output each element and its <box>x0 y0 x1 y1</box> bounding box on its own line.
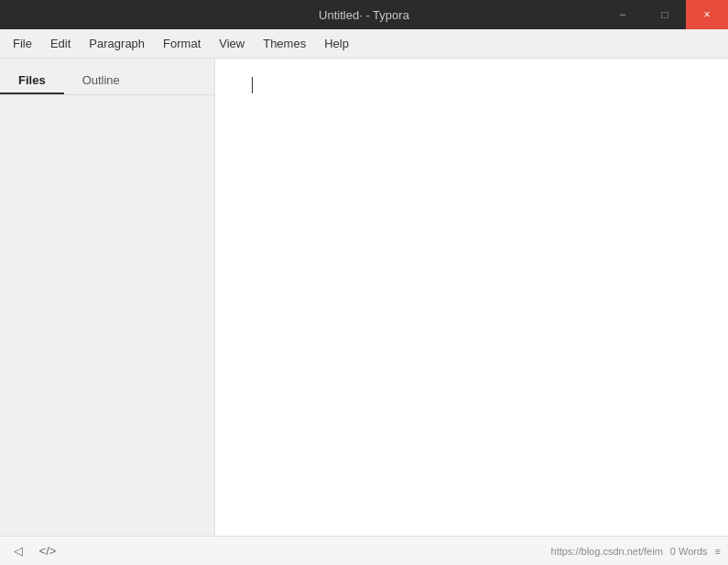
sidebar-content <box>0 95 214 536</box>
text-cursor <box>252 77 253 93</box>
menu-item-view[interactable]: View <box>210 33 254 54</box>
sidebar-tabs: Files Outline <box>0 59 214 95</box>
nav-back-icon: ◁ <box>14 544 23 558</box>
menu-item-file[interactable]: File <box>4 33 41 54</box>
title-bar: Untitled· - Typora − □ × <box>0 0 728 29</box>
sidebar-tab-files[interactable]: Files <box>0 66 64 94</box>
menu-item-format[interactable]: Format <box>154 33 210 54</box>
sidebar-tab-outline[interactable]: Outline <box>64 66 138 94</box>
menu-item-edit[interactable]: Edit <box>41 33 80 54</box>
status-bar: ◁ </> https://blog.csdn.net/feim 0 Words… <box>0 536 728 565</box>
editor-area[interactable] <box>215 59 728 536</box>
maximize-button[interactable]: □ <box>644 0 686 29</box>
status-right: https://blog.csdn.net/feim 0 Words ≡ <box>551 546 721 557</box>
sidebar: Files Outline <box>0 59 215 536</box>
menu-bar: FileEditParagraphFormatViewThemesHelp <box>0 29 728 59</box>
status-link: https://blog.csdn.net/feim <box>551 546 663 557</box>
status-word-count: 0 Words <box>670 546 708 557</box>
nav-back-button[interactable]: ◁ <box>7 540 29 562</box>
window-controls: − □ × <box>602 0 728 29</box>
nav-code-button[interactable]: </> <box>37 540 59 562</box>
editor-cursor-line <box>252 77 691 95</box>
menu-item-help[interactable]: Help <box>315 33 358 54</box>
editor-content[interactable] <box>215 59 728 536</box>
status-left: ◁ </> <box>7 540 59 562</box>
close-button[interactable]: × <box>686 0 728 29</box>
status-menu-icon[interactable]: ≡ <box>715 546 721 557</box>
nav-code-icon: </> <box>39 544 57 558</box>
menu-item-themes[interactable]: Themes <box>254 33 315 54</box>
minimize-button[interactable]: − <box>602 0 644 29</box>
menu-item-paragraph[interactable]: Paragraph <box>80 33 154 54</box>
title-bar-title: Untitled· - Typora <box>319 8 409 22</box>
main-layout: Files Outline <box>0 59 728 536</box>
